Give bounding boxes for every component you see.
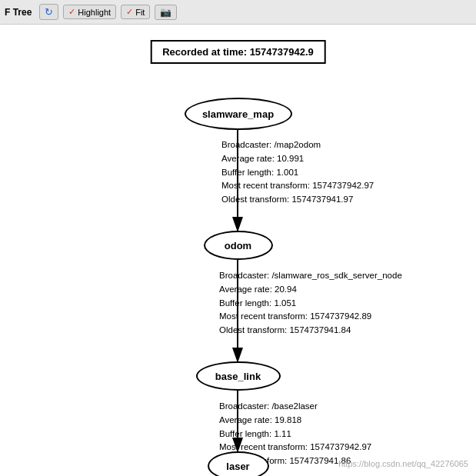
info3-broadcaster: Broadcaster: /base2laser — [219, 400, 371, 414]
node-odom[interactable]: odom — [204, 231, 273, 260]
highlight-label: Highlight — [78, 8, 111, 17]
info1-broadcaster: Broadcaster: /map2odom — [221, 138, 374, 152]
info1-avg-rate: Average rate: 10.991 — [221, 152, 374, 166]
node-slamware-map-label: slamware_map — [202, 108, 274, 120]
node-laser-label: laser — [226, 461, 249, 472]
check-icon: ✓ — [68, 7, 75, 17]
info2-broadcaster: Broadcaster: /slamware_ros_sdk_server_no… — [219, 269, 402, 283]
node-base-link-label: base_link — [215, 371, 261, 382]
info2-oldest: Oldest transform: 1574737941.84 — [219, 324, 402, 338]
camera-button[interactable]: 📷 — [155, 5, 177, 20]
toolbar-title: F Tree — [5, 7, 32, 18]
node-laser[interactable]: laser — [208, 451, 269, 476]
info3-avg-rate: Average rate: 19.818 — [219, 414, 371, 428]
info2-most-recent: Most recent transform: 1574737942.89 — [219, 310, 402, 324]
info2-avg-rate: Average rate: 20.94 — [219, 283, 402, 297]
main-content: Recorded at time: 1574737942.9 slamware_… — [0, 25, 476, 476]
info2-buffer-length: Buffer length: 1.051 — [219, 297, 402, 311]
info-block-2: Broadcaster: /slamware_ros_sdk_server_no… — [219, 269, 402, 338]
recorded-box: Recorded at time: 1574737942.9 — [150, 40, 326, 64]
node-slamware-map[interactable]: slamware_map — [185, 98, 292, 130]
fit-label: Fit — [135, 8, 145, 17]
info1-most-recent: Most recent transform: 1574737942.97 — [221, 179, 374, 193]
info1-oldest: Oldest transform: 1574737941.97 — [221, 193, 374, 207]
camera-icon: 📷 — [160, 7, 171, 18]
recorded-label: Recorded at time: 1574737942.9 — [162, 46, 314, 58]
refresh-button[interactable]: ↻ — [39, 4, 58, 20]
refresh-icon: ↻ — [45, 6, 53, 18]
node-base-link[interactable]: base_link — [196, 361, 281, 391]
fit-button[interactable]: ✓ Fit — [121, 5, 150, 19]
watermark: https://blog.csdn.net/qq_42276065 — [338, 459, 468, 468]
fit-check-icon: ✓ — [126, 7, 133, 17]
node-odom-label: odom — [225, 240, 251, 251]
info1-buffer-length: Buffer length: 1.001 — [221, 166, 374, 180]
highlight-button[interactable]: ✓ Highlight — [63, 5, 116, 19]
info-block-1: Broadcaster: /map2odom Average rate: 10.… — [221, 138, 374, 207]
toolbar: F Tree ↻ ✓ Highlight ✓ Fit 📷 — [0, 0, 476, 25]
info3-buffer-length: Buffer length: 1.11 — [219, 428, 371, 441]
